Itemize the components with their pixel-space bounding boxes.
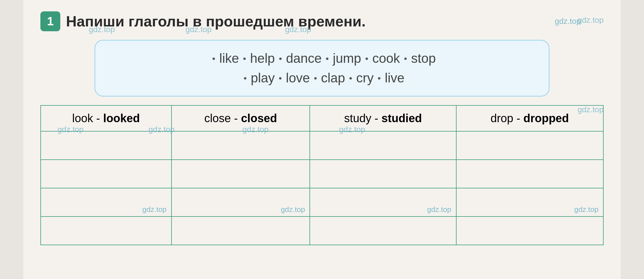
table-cell-3-3[interactable]: gdz.top — [310, 188, 456, 216]
bullet: • — [212, 52, 215, 65]
task-header: 1 Напиши глаголы в прошедшем времени. gd… — [40, 11, 604, 31]
table-header-col2: close - closed — [172, 105, 310, 131]
table-row-4 — [41, 216, 603, 245]
table-cell-3-2[interactable]: gdz.top — [172, 188, 310, 216]
table-cell-2-3[interactable] — [310, 160, 456, 188]
bullet: • — [243, 52, 246, 65]
table-section: look - looked close - closed study - stu… — [40, 105, 604, 245]
example-table: look - looked close - closed study - stu… — [40, 105, 604, 245]
table-cell-3-4[interactable]: gdz.top — [456, 188, 603, 216]
table-header-col1: look - looked — [41, 105, 172, 131]
table-cell-1-1[interactable] — [41, 131, 172, 160]
word-cry: •cry — [345, 68, 374, 88]
table-header-col4: drop - dropped — [456, 105, 603, 131]
word-love: •love — [275, 68, 310, 88]
table-cell-4-4[interactable] — [456, 216, 603, 245]
table-cell-4-3[interactable] — [310, 216, 456, 245]
word-stop: •stop — [400, 49, 436, 68]
word-live: •live — [374, 68, 404, 88]
word-dance: •dance — [275, 49, 322, 68]
word-box-line1: •like •help •dance •jump •cook •stop — [112, 49, 532, 68]
table-cell-1-3[interactable] — [310, 131, 456, 160]
task-title: Напиши глаголы в прошедшем времени. — [66, 13, 549, 30]
word-box-container: •like •help •dance •jump •cook •stop •pl… — [40, 40, 604, 97]
bullet: • — [279, 52, 282, 65]
bullet: • — [279, 71, 282, 85]
table-cell-1-2[interactable] — [172, 131, 310, 160]
table-row-1 — [41, 131, 603, 160]
bullet: • — [404, 52, 407, 65]
table-header-row: look - looked close - closed study - stu… — [41, 105, 603, 131]
word-like: •like — [208, 49, 239, 68]
bullet: • — [326, 52, 329, 65]
word-box: •like •help •dance •jump •cook •stop •pl… — [94, 40, 550, 97]
task-number-badge: 1 — [40, 11, 60, 31]
table-header-col3: study - studied — [310, 105, 456, 131]
word-help: •help — [239, 49, 275, 68]
watermark-cell-3-1: gdz.top — [142, 205, 166, 214]
table-cell-2-1[interactable] — [41, 160, 172, 188]
bullet: • — [349, 71, 352, 85]
table-cell-4-2[interactable] — [172, 216, 310, 245]
word-clap: •clap — [310, 68, 345, 88]
table-cell-2-4[interactable] — [456, 160, 603, 188]
table-cell-3-1[interactable]: gdz.top — [41, 188, 172, 216]
watermark-cell-3-2: gdz.top — [281, 205, 305, 214]
table-row-3: gdz.top gdz.top gdz.top gdz.top — [41, 188, 603, 216]
word-cook: •cook — [361, 49, 400, 68]
watermark-header-right: gdz.top — [555, 17, 581, 26]
word-jump: •jump — [322, 49, 361, 68]
bullet: • — [365, 52, 368, 65]
bullet: • — [243, 71, 247, 85]
table-row-2 — [41, 160, 603, 188]
table-cell-2-2[interactable] — [172, 160, 310, 188]
page: gdz.top gdz.top gdz.top gdz.top gdz.top … — [23, 0, 621, 279]
watermark-cell-3-3: gdz.top — [427, 205, 451, 214]
bullet: • — [314, 71, 317, 85]
table-cell-1-4[interactable] — [456, 131, 603, 160]
word-play: •play — [240, 68, 275, 88]
bullet: • — [378, 71, 381, 85]
word-box-line2: •play •love •clap •cry •live — [112, 68, 532, 88]
table-cell-4-1[interactable] — [41, 216, 172, 245]
watermark-cell-3-4: gdz.top — [574, 205, 598, 214]
